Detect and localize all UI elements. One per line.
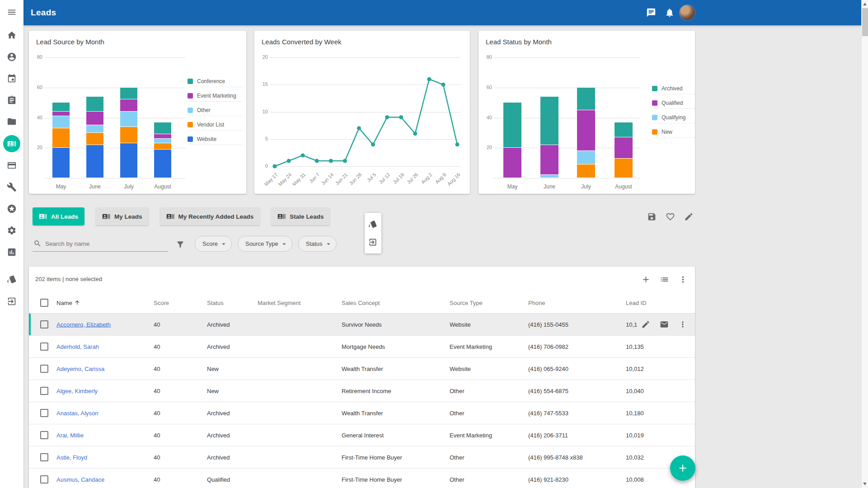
row-mail-button[interactable] bbox=[657, 317, 672, 332]
lead-id: 10,180 bbox=[626, 410, 644, 417]
view-tab-all-leads[interactable]: All Leads bbox=[33, 207, 84, 225]
axis-category-label: July bbox=[572, 183, 600, 190]
tags-tool-button[interactable] bbox=[365, 216, 380, 232]
row-checkbox[interactable] bbox=[40, 409, 48, 417]
table-row[interactable]: Aderhold, Sarah40ArchivedMortgage NeedsE… bbox=[29, 336, 695, 358]
tags-icon bbox=[7, 274, 17, 284]
sidebar-item-tags[interactable] bbox=[3, 270, 21, 288]
axis-category-label: May bbox=[499, 183, 526, 190]
lead-score: 40 bbox=[154, 343, 160, 350]
sidebar-item-billing[interactable] bbox=[3, 156, 21, 174]
sidebar-item-home[interactable] bbox=[3, 26, 21, 44]
legend-swatch bbox=[188, 122, 193, 127]
sidebar-item-reports[interactable] bbox=[3, 243, 21, 261]
table-row[interactable]: Ausmus, Candace40QualifiedFirst-Time Hom… bbox=[29, 469, 695, 488]
table-row[interactable]: Algee, Kimberly40NewRetirement IncomeOth… bbox=[29, 380, 695, 402]
lead-name-link[interactable]: Aderhold, Sarah bbox=[56, 343, 99, 350]
notifications-button[interactable] bbox=[661, 4, 679, 22]
list-view-button[interactable] bbox=[655, 270, 673, 288]
add-lead-fab[interactable] bbox=[670, 455, 695, 481]
row-checkbox[interactable] bbox=[40, 320, 48, 328]
row-checkbox[interactable] bbox=[40, 453, 48, 461]
legend-label: Event Marketing bbox=[197, 93, 236, 99]
vertical-scrollbar[interactable] bbox=[861, 0, 868, 488]
table-row[interactable]: Anastas, Alyson40ArchivedWealth Transfer… bbox=[29, 402, 695, 424]
scrollbar-thumb[interactable] bbox=[862, 8, 868, 36]
sidebar-item-calendar[interactable] bbox=[3, 70, 21, 88]
lead-name-link[interactable]: Ausmus, Candace bbox=[56, 476, 104, 483]
filter-button[interactable] bbox=[171, 235, 189, 253]
export-tool-button[interactable] bbox=[365, 235, 380, 250]
column-header-market-segment[interactable]: Market Segment bbox=[258, 299, 300, 306]
sidebar-item-exit[interactable] bbox=[3, 292, 21, 310]
user-avatar[interactable] bbox=[680, 5, 695, 20]
reports-icon bbox=[7, 247, 17, 257]
lead-id: 10,032 bbox=[626, 454, 644, 461]
filter-dropdown-score[interactable]: Score bbox=[195, 236, 232, 252]
table-row[interactable]: Arai, Millie40ArchivedGeneral InterestEv… bbox=[29, 424, 695, 446]
bar-segment-archived bbox=[540, 97, 558, 145]
view-tab-my-recently-added-leads[interactable]: My Recently Added Leads bbox=[160, 207, 260, 225]
select-all-checkbox[interactable] bbox=[40, 299, 48, 307]
filter-dropdown-status[interactable]: Status bbox=[298, 236, 337, 252]
scroll-down-arrow-icon[interactable] bbox=[862, 480, 868, 487]
axis-tick-label: 40 bbox=[30, 115, 42, 120]
column-header-status[interactable]: Status bbox=[207, 299, 224, 306]
leads-icon bbox=[166, 212, 174, 221]
row-more-button[interactable] bbox=[675, 317, 690, 332]
scroll-up-arrow-icon[interactable] bbox=[862, 1, 868, 8]
column-header-phone[interactable]: Phone bbox=[528, 299, 545, 306]
view-tab-my-leads[interactable]: My Leads bbox=[96, 207, 149, 225]
lead-name-link[interactable]: Anastas, Alyson bbox=[56, 410, 99, 417]
save-view-button[interactable] bbox=[643, 207, 661, 225]
column-header-score[interactable]: Score bbox=[154, 299, 169, 306]
table-row[interactable]: Accornero, Elizabeth40ArchivedSurvivor N… bbox=[29, 314, 695, 336]
axis-category-label: July bbox=[115, 183, 142, 190]
sidebar-item-account[interactable] bbox=[3, 48, 21, 66]
sidebar-item-settings[interactable] bbox=[3, 221, 21, 239]
bar-segment-other bbox=[154, 139, 171, 143]
sidebar-item-tasks[interactable] bbox=[3, 91, 21, 109]
lead-name-link[interactable]: Algee, Kimberly bbox=[56, 388, 98, 394]
bar-segment-vendor-list bbox=[86, 133, 103, 145]
column-header-name[interactable]: Name bbox=[56, 299, 80, 306]
row-checkbox[interactable] bbox=[40, 387, 48, 395]
menu-button[interactable] bbox=[3, 3, 21, 21]
column-header-lead-id[interactable]: Lead ID bbox=[626, 299, 647, 306]
lead-name-link[interactable]: Astle, Floyd bbox=[56, 454, 87, 461]
table-more-button[interactable] bbox=[674, 270, 692, 288]
leads-icon bbox=[102, 212, 110, 221]
sidebar-item-tools[interactable] bbox=[3, 178, 21, 196]
lead-score: 40 bbox=[154, 454, 160, 461]
row-checkbox[interactable] bbox=[40, 431, 48, 439]
axis-category-label: August bbox=[149, 183, 176, 190]
legend-label: Qualifying bbox=[662, 114, 685, 121]
axis-tick-label: 20 bbox=[255, 54, 268, 60]
row-edit-button[interactable] bbox=[638, 317, 653, 332]
chart-gridline bbox=[270, 84, 460, 85]
table-row[interactable]: Adeyemo, Carissa40NewWealth TransferWebs… bbox=[29, 358, 695, 380]
column-header-label: Status bbox=[207, 299, 224, 306]
lead-phone: (416) 206-3711 bbox=[528, 432, 568, 439]
lead-name-link[interactable]: Accornero, Elizabeth bbox=[56, 321, 111, 328]
row-checkbox[interactable] bbox=[40, 475, 48, 483]
sidebar-item-favorites[interactable] bbox=[3, 200, 21, 218]
column-header-source-type[interactable]: Source Type bbox=[450, 299, 483, 306]
lead-name-link[interactable]: Arai, Millie bbox=[56, 432, 84, 439]
table-row[interactable]: Astle, Floyd40ArchivedFirst-Time Home Bu… bbox=[29, 446, 695, 469]
view-tab-stale-leads[interactable]: Stale Leads bbox=[271, 207, 330, 225]
column-header-sales-concept[interactable]: Sales Concept bbox=[342, 299, 380, 306]
kebab-icon bbox=[678, 320, 687, 329]
sidebar-item-leads[interactable] bbox=[3, 135, 20, 152]
edit-view-button[interactable] bbox=[680, 207, 698, 225]
add-item-button[interactable] bbox=[637, 270, 655, 288]
leads-table-card: 202 items | none selected NameScoreStatu… bbox=[29, 267, 695, 488]
row-checkbox[interactable] bbox=[40, 365, 48, 373]
messages-button[interactable] bbox=[642, 4, 660, 22]
sidebar-item-folder[interactable] bbox=[3, 113, 21, 131]
search-input[interactable] bbox=[45, 237, 164, 250]
filter-dropdown-source-type[interactable]: Source Type bbox=[238, 236, 292, 252]
favorite-view-button[interactable] bbox=[661, 207, 679, 225]
lead-name-link[interactable]: Adeyemo, Carissa bbox=[56, 366, 104, 372]
row-checkbox[interactable] bbox=[40, 343, 48, 351]
